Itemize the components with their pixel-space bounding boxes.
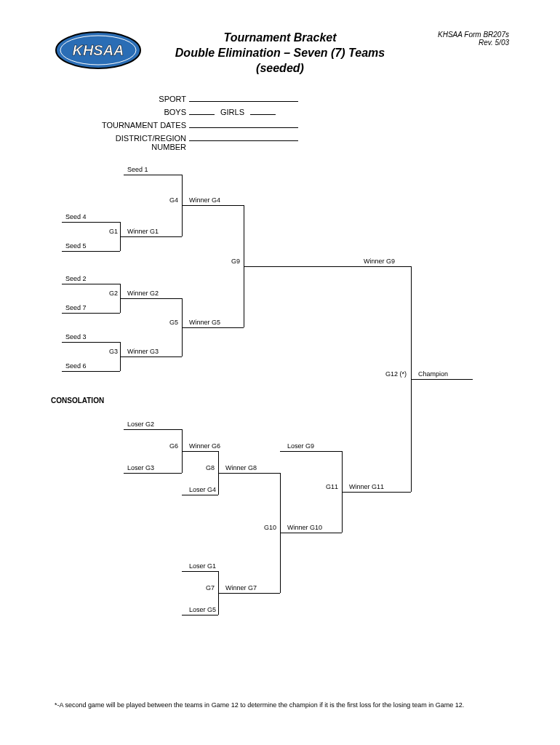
wg2-label: Winner G2 xyxy=(127,290,159,297)
g11-out xyxy=(342,492,411,493)
g6-out xyxy=(182,451,218,452)
wg8-label: Winner G8 xyxy=(225,464,257,471)
g8-label: G8 xyxy=(206,464,215,471)
bracket: Seed 1 Seed 4 Seed 5 G1 Winner G1 G4 Win… xyxy=(55,160,520,655)
seed3-line xyxy=(62,342,120,343)
g2-out xyxy=(120,298,182,299)
g7-out xyxy=(218,593,280,594)
g6-label: G6 xyxy=(169,442,178,450)
lg5-line xyxy=(182,615,218,615)
wg3-label: Winner G3 xyxy=(127,348,159,355)
form-info: KHSAA Form BR207s Rev. 5/03 xyxy=(438,31,509,47)
lg3-line xyxy=(124,473,182,474)
girls-input[interactable] xyxy=(250,114,276,115)
g9-out xyxy=(244,266,411,267)
seed1-label: Seed 1 xyxy=(127,166,148,173)
title-line-3: (seeded) xyxy=(0,61,560,76)
g1-label: G1 xyxy=(109,228,118,235)
seed7-label: Seed 7 xyxy=(65,304,87,311)
lg9-line xyxy=(280,451,342,452)
g12-out xyxy=(411,379,473,380)
g11-label: G11 xyxy=(326,483,338,490)
footnote: *-A second game will be played between t… xyxy=(55,701,509,709)
lg9-label: Loser G9 xyxy=(287,442,314,450)
lg1-line xyxy=(182,571,218,572)
seed6-label: Seed 6 xyxy=(65,362,87,370)
consolation-label: CONSOLATION xyxy=(51,397,104,405)
lg5-label: Loser G5 xyxy=(189,606,216,613)
girls-label: GIRLS xyxy=(215,108,250,116)
seed5-label: Seed 5 xyxy=(65,242,87,250)
g4-label: G4 xyxy=(169,196,178,204)
g4-out xyxy=(182,205,244,206)
g3-label: G3 xyxy=(109,348,118,355)
lg1-label: Loser G1 xyxy=(189,562,216,570)
g1-out xyxy=(120,236,182,237)
sport-input[interactable] xyxy=(189,101,298,102)
lg4-line xyxy=(182,495,218,495)
dates-label: TOURNAMENT DATES xyxy=(84,121,189,130)
g2-label: G2 xyxy=(109,290,118,297)
g10-label: G10 xyxy=(264,524,276,531)
boys-label: BOYS xyxy=(84,108,189,116)
district-label: DISTRICT/REGION NUMBER xyxy=(84,134,189,151)
seed6-line xyxy=(62,371,120,372)
wg1-label: Winner G1 xyxy=(127,228,159,235)
wg10-label: Winner G10 xyxy=(287,524,322,531)
seed2-label: Seed 2 xyxy=(65,275,87,282)
dates-input[interactable] xyxy=(189,127,298,128)
wg5-label: Winner G5 xyxy=(189,319,220,326)
g5-label: G5 xyxy=(169,319,178,326)
champion-label: Champion xyxy=(418,370,448,378)
wg11-label: Winner G11 xyxy=(349,483,384,490)
boys-input[interactable] xyxy=(189,114,215,115)
seed1-line xyxy=(124,175,182,175)
district-input[interactable] xyxy=(189,140,298,141)
form-fields: SPORT BOYS GIRLS TOURNAMENT DATES DISTRI… xyxy=(84,95,298,156)
g10-out xyxy=(280,533,342,533)
lg3-label: Loser G3 xyxy=(127,464,154,471)
seed4-label: Seed 4 xyxy=(65,213,87,220)
seed7-line xyxy=(62,313,120,314)
lg2-line xyxy=(124,429,182,430)
seed3-label: Seed 3 xyxy=(65,333,87,340)
form-rev: Rev. 5/03 xyxy=(438,39,509,47)
seed4-line xyxy=(62,222,120,223)
form-id: KHSAA Form BR207s xyxy=(438,31,509,39)
wg7-label: Winner G7 xyxy=(225,584,257,591)
g3-out xyxy=(120,356,182,357)
lg2-label: Loser G2 xyxy=(127,421,154,428)
lg4-label: Loser G4 xyxy=(189,486,216,493)
seed2-line xyxy=(62,284,120,284)
wg6-label: Winner G6 xyxy=(189,442,220,450)
g12-label: G12 (*) xyxy=(385,370,407,378)
sport-label: SPORT xyxy=(84,95,189,103)
g7-label: G7 xyxy=(206,584,215,591)
title-line-2: Double Elimination – Seven (7) Teams xyxy=(0,46,560,61)
seed5-line xyxy=(62,251,120,252)
g5-out xyxy=(182,327,244,328)
g8-out xyxy=(218,473,280,474)
wg4-label: Winner G4 xyxy=(189,196,220,204)
g9-label: G9 xyxy=(231,258,240,265)
wg9-label: Winner G9 xyxy=(364,258,395,265)
